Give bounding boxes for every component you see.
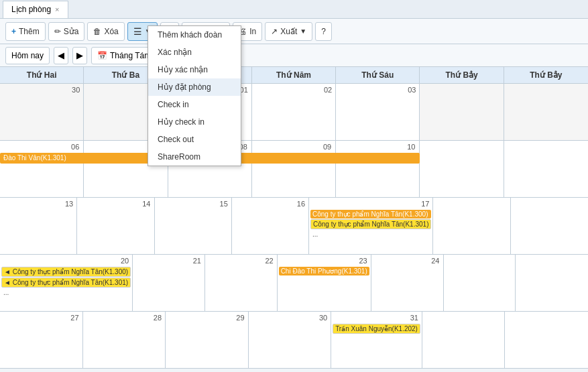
dropdown-check-out[interactable]: Check out (148, 131, 241, 148)
cell-w3-sat[interactable] (433, 198, 510, 255)
week-1-grid: 30 31 01 02 03 (0, 84, 588, 141)
cell-w1-sun[interactable] (504, 84, 588, 141)
dropdown-huy-dat-phong[interactable]: Hủy đặt phòng (148, 78, 241, 96)
dropdown-check-in[interactable]: Check in (148, 96, 241, 113)
cell-w5-sun[interactable] (505, 312, 588, 369)
more-button-w3[interactable]: ... (310, 230, 431, 239)
cell-w4-sat[interactable] (444, 255, 516, 312)
trash-icon: 🗑 (93, 27, 101, 36)
cell-w3-sun[interactable] (511, 198, 588, 255)
cell-w2-sat[interactable] (420, 141, 504, 198)
sua-button[interactable]: ✏ Sửa (48, 22, 85, 41)
week-3-grid: 13 14 15 16 17 Công ty thực phẩm Nghĩa T… (0, 198, 588, 255)
event-chi-dao-thi-phuong[interactable]: Chi Đào Thi Phương(K1.301) (279, 267, 369, 275)
help-button[interactable]: ? (315, 22, 332, 41)
cell-21[interactable]: 21 (133, 255, 205, 312)
cell-23[interactable]: 23 Chi Đào Thi Phương(K1.301) (278, 255, 371, 312)
tab-lich-phong[interactable]: Lịch phòng × (3, 1, 68, 18)
cell-28[interactable]: 28 (83, 312, 166, 369)
dropdown-xac-nhan[interactable]: Xác nhận (148, 44, 241, 61)
week-row-5: 27 28 29 30 31 Trần Xuân Nguyễn(K1.202) (0, 312, 588, 369)
menu-icon: ☰ (133, 26, 142, 37)
dropdown-huy-check-in[interactable]: Hủy check in (148, 113, 241, 131)
xuat-button[interactable]: ↗ Xuất ▼ (265, 22, 312, 41)
prev-button[interactable]: ◀ (54, 47, 68, 64)
cell-w5-sat[interactable] (422, 312, 506, 369)
dropdown-huy-xac-nhan[interactable]: Hủy xác nhận (148, 61, 241, 78)
event-cty-nghia-tan-300-w3[interactable]: Công ty thực phẩm Nghĩa Tân(K1.300) (310, 210, 431, 219)
cell-w2-sun[interactable] (504, 141, 588, 198)
them-button[interactable]: + Thêm (5, 22, 46, 41)
event-tran-xuan-nguyen[interactable]: Trần Xuân Nguyễn(K1.202) (333, 324, 420, 334)
day-header-fri: Thứ Sáu (336, 67, 420, 83)
cell-24[interactable]: 24 (371, 255, 444, 312)
cell-06[interactable]: 06 (0, 141, 84, 198)
week-4-grid: 20 ◄ Công ty thực phẩm Nghĩa Tân(K1.300)… (0, 255, 588, 312)
plus-icon: + (11, 27, 16, 36)
cell-13[interactable]: 13 (0, 198, 77, 255)
cell-w4-sun[interactable] (516, 255, 588, 312)
day-header-thu: Thứ Năm (252, 67, 336, 83)
next-button[interactable]: ▶ (72, 47, 87, 64)
nav-bar: Hôm nay ◀ ▶ 📅 Tháng Tám 20 (0, 44, 588, 67)
export-icon: ↗ (271, 27, 278, 36)
calendar-icon: 📅 (97, 51, 107, 60)
cell-27[interactable]: 27 (0, 312, 83, 369)
cell-16[interactable]: 16 (232, 198, 309, 255)
cell-09[interactable]: 09 (252, 141, 336, 198)
edit-icon: ✏ (54, 27, 61, 36)
xuat-chevron-icon: ▼ (300, 27, 306, 35)
cell-22[interactable]: 22 (205, 255, 278, 312)
cell-31[interactable]: 31 Trần Xuân Nguyễn(K1.202) (331, 312, 422, 369)
calendar-header: Thứ Hai Thứ Ba Thứ Tư Thứ Năm Thứ Sáu Th… (0, 67, 588, 84)
event-cty-nghia-tan-300-w4[interactable]: ◄ Công ty thực phẩm Nghĩa Tân(K1.300) (1, 267, 131, 277)
cell-14[interactable]: 14 (77, 198, 154, 255)
week-row-2: 06 07 08 09 10 Đào Thi Vân(K1.301) (0, 141, 588, 198)
week-row-1: 30 31 01 02 03 (0, 84, 588, 141)
cell-10[interactable]: 10 (336, 141, 420, 198)
calendar: Thứ Hai Thứ Ba Thứ Tư Thứ Năm Thứ Sáu Th… (0, 67, 588, 369)
today-button[interactable]: Hôm nay (5, 47, 50, 64)
cell-w1-sat[interactable] (420, 84, 504, 141)
day-header-mon: Thứ Hai (0, 67, 84, 83)
week-row-4: 20 ◄ Công ty thực phẩm Nghĩa Tân(K1.300)… (0, 255, 588, 312)
day-header-sun: Thứ Bảy (504, 67, 588, 83)
day-header-sat: Thứ Bảy (420, 67, 504, 83)
more-button-w4[interactable]: ... (1, 288, 131, 297)
week-2-grid: 06 07 08 09 10 (0, 141, 588, 198)
event-cty-nghia-tan-301-w3[interactable]: Công ty thực phẩm Nghĩa Tân(K1.301) (310, 219, 431, 229)
cell-20[interactable]: 20 ◄ Công ty thực phẩm Nghĩa Tân(K1.300)… (0, 255, 133, 312)
cell-15[interactable]: 15 (155, 198, 232, 255)
dropdown-them-khach-doan[interactable]: Thêm khách đoàn (148, 26, 241, 44)
toolbar: + Thêm ✏ Sửa 🗑 Xóa ☰ ▼ ↺ 👁 Xem ▼ 🖨 In ↗ … (0, 19, 588, 44)
week-5-grid: 27 28 29 30 31 Trần Xuân Nguyễn(K1.202) (0, 312, 588, 369)
tab-label: Lịch phòng (11, 5, 51, 14)
week-row-3: 13 14 15 16 17 Công ty thực phẩm Nghĩa T… (0, 198, 588, 255)
cell-30[interactable]: 30 (249, 312, 332, 369)
cell-03[interactable]: 03 (336, 84, 420, 141)
xoa-button[interactable]: 🗑 Xóa (87, 22, 124, 41)
cell-29[interactable]: 29 (166, 312, 249, 369)
cell-30-jul[interactable]: 30 (0, 84, 84, 141)
event-cty-nghia-tan-301-w4[interactable]: ◄ Công ty thực phẩm Nghĩa Tân(K1.301) (1, 277, 131, 288)
tab-close-icon[interactable]: × (55, 5, 59, 13)
cell-02[interactable]: 02 (252, 84, 336, 141)
dropdown-shareroom[interactable]: ShareRoom (148, 148, 241, 166)
cell-17[interactable]: 17 Công ty thực phẩm Nghĩa Tân(K1.300) C… (309, 198, 433, 255)
dropdown-menu: Thêm khách đoàn Xác nhận Hủy xác nhận Hủ… (148, 25, 241, 166)
